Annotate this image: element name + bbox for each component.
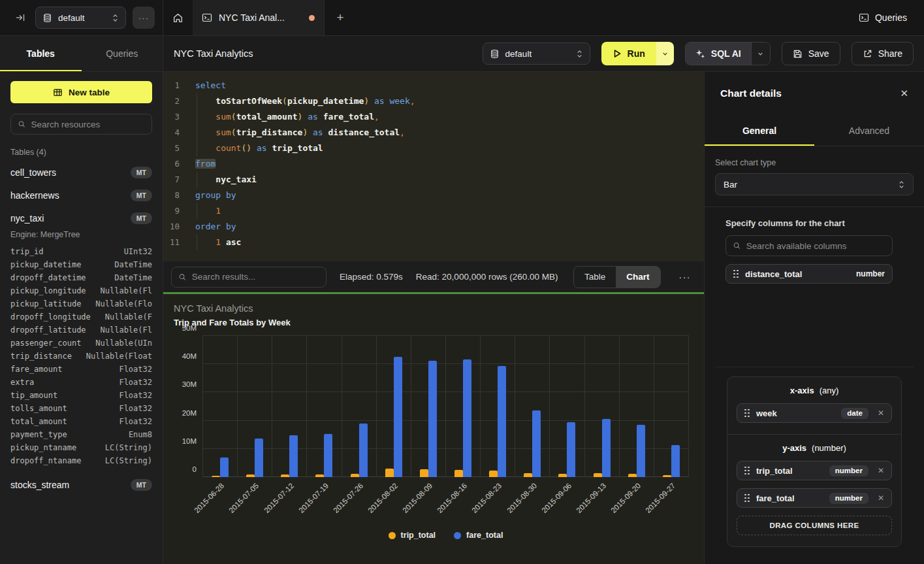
chart-details-panel: Chart details ✕ General Advanced Select … [704, 72, 924, 564]
drop-zone[interactable]: DRAG COLUMNS HERE [737, 516, 892, 535]
column-type: Nullable(Fl [101, 323, 152, 337]
table-row-nyc-taxi[interactable]: nyc_taxi MT [10, 211, 152, 225]
resource-search[interactable] [10, 114, 152, 135]
legend-item-fare_total[interactable]: fare_total [454, 531, 503, 540]
remove-icon[interactable]: ✕ [878, 466, 884, 475]
run-button[interactable]: Run [601, 42, 656, 65]
chart-type-select[interactable]: Bar [715, 173, 914, 195]
view-chart-button[interactable]: Chart [616, 267, 660, 288]
queries-button[interactable]: Queries [842, 0, 924, 35]
engine-badge: MT [131, 212, 152, 224]
bar-fare_total-2015-09-06[interactable] [567, 422, 575, 477]
x-axis-tick: 2015-07-19 [297, 482, 330, 514]
table-row-hackernews[interactable]: hackernews MT [10, 188, 152, 203]
sidebar-more-button[interactable]: ··· [133, 7, 155, 29]
table-name: stocks_stream [10, 480, 69, 490]
bar-trip_total-2015-08-23[interactable] [489, 471, 498, 477]
bar-fare_total-2015-08-02[interactable] [394, 357, 402, 477]
bar-trip_total-2015-09-06[interactable] [558, 474, 567, 477]
bar-fare_total-2015-07-26[interactable] [359, 423, 368, 477]
column-type: Enum8 [129, 428, 152, 441]
bar-fare_total-2015-06-28[interactable] [220, 457, 229, 477]
columns-search[interactable] [725, 235, 893, 256]
tab-tables[interactable]: Tables [0, 36, 82, 71]
panel-header: Chart details ✕ [705, 72, 924, 115]
y-axis-tick: 20M [182, 409, 197, 417]
bar-trip_total-2015-09-20[interactable] [628, 474, 637, 477]
results-more-button[interactable]: ··· [674, 272, 697, 282]
bar-fare_total-2015-09-20[interactable] [637, 425, 645, 477]
drag-handle-icon[interactable] [744, 409, 750, 418]
sql-editor[interactable]: 1select2 toStartOfWeek(pickup_datetime) … [163, 72, 704, 261]
bar-fare_total-2015-08-16[interactable] [463, 359, 471, 477]
drag-handle-icon[interactable] [744, 467, 750, 475]
bar-trip_total-2015-09-27[interactable] [663, 475, 671, 477]
bar-trip_total-2015-08-09[interactable] [420, 469, 428, 477]
bar-trip_total-2015-07-05[interactable] [246, 474, 255, 477]
bar-trip_total-2015-07-26[interactable] [351, 474, 359, 477]
sql-ai-options-button[interactable] [751, 42, 770, 65]
y-axis-item-trip-total[interactable]: trip_total number ✕ [737, 461, 892, 480]
code-text: toStartOfWeek(pickup_datetime) as week, [188, 93, 415, 109]
resource-search-input[interactable] [31, 120, 145, 129]
sql-ai-button[interactable]: SQL AI [686, 42, 751, 65]
home-button[interactable] [163, 0, 193, 35]
column-type: LC(String) [105, 454, 152, 467]
sidebar-database-selector[interactable]: default [35, 7, 126, 29]
legend-item-trip_total[interactable]: trip_total [389, 531, 436, 540]
remove-icon[interactable]: ✕ [878, 408, 884, 418]
share-label: Share [878, 48, 902, 59]
run-label: Run [628, 48, 645, 59]
table-row-stocks-stream[interactable]: stocks_stream MT [10, 478, 152, 492]
legend-dot [454, 532, 461, 539]
bar-trip_total-2015-07-19[interactable] [315, 474, 324, 477]
bar-fare_total-2015-07-19[interactable] [324, 434, 332, 477]
collapse-sidebar-button[interactable] [12, 9, 29, 26]
bar-fare_total-2015-07-05[interactable] [255, 439, 263, 477]
bar-trip_total-2015-08-02[interactable] [385, 469, 394, 477]
y-axis-item-fare-total[interactable]: fare_total number ✕ [737, 488, 892, 508]
bar-trip_total-2015-08-30[interactable] [524, 473, 532, 477]
new-table-label: New table [69, 88, 110, 97]
new-table-button[interactable]: New table [10, 81, 152, 103]
tab-general[interactable]: General [705, 115, 814, 146]
new-tab-button[interactable]: + [325, 0, 356, 35]
results-search[interactable] [171, 267, 327, 288]
table-name: hackernews [10, 190, 59, 201]
table-row-cell-towers[interactable]: cell_towers MT [10, 165, 152, 180]
bar-trip_total-2015-09-13[interactable] [594, 473, 602, 477]
drag-handle-icon[interactable] [733, 270, 739, 278]
toolbar-database-selector[interactable]: default [483, 42, 590, 65]
view-table-button[interactable]: Table [574, 267, 616, 288]
column-row: trip_distanceNullable(Float [10, 350, 152, 363]
chart-category-2015-09-27: 2015-09-27 [654, 336, 689, 477]
close-icon[interactable]: ✕ [900, 88, 908, 99]
share-button[interactable]: Share [852, 42, 914, 65]
collapse-sidebar-icon [15, 12, 25, 23]
column-row: dropoff_longitudeNullable(F [10, 310, 152, 323]
x-axis-item-week[interactable]: week date ✕ [737, 403, 892, 423]
save-button[interactable]: Save [782, 42, 840, 65]
bar-fare_total-2015-07-12[interactable] [289, 435, 298, 477]
bar-fare_total-2015-08-09[interactable] [428, 361, 437, 477]
bar-fare_total-2015-08-23[interactable] [498, 366, 506, 477]
run-options-button[interactable] [656, 42, 674, 65]
line-number: 7 [163, 172, 188, 188]
legend-dot [389, 532, 396, 539]
column-row: fare_amountFloat32 [10, 363, 152, 376]
bar-trip_total-2015-06-28[interactable] [212, 476, 220, 477]
tab-queries[interactable]: Queries [82, 36, 163, 71]
drag-handle-icon[interactable] [744, 494, 750, 503]
available-column-distance-total[interactable]: distance_total number [725, 264, 893, 284]
results-search-input[interactable] [192, 272, 319, 282]
bar-trip_total-2015-08-16[interactable] [454, 470, 463, 477]
bar-trip_total-2015-07-12[interactable] [281, 474, 289, 477]
bar-fare_total-2015-08-30[interactable] [532, 410, 541, 477]
tab-advanced[interactable]: Advanced [814, 115, 924, 146]
columns-search-input[interactable] [746, 241, 885, 251]
tab-nyc-taxi-analytics[interactable]: NYC Taxi Anal... [193, 0, 325, 35]
bar-fare_total-2015-09-13[interactable] [602, 419, 611, 477]
chevron-updown-icon [112, 14, 119, 22]
bar-fare_total-2015-09-27[interactable] [671, 445, 680, 477]
remove-icon[interactable]: ✕ [878, 493, 884, 503]
